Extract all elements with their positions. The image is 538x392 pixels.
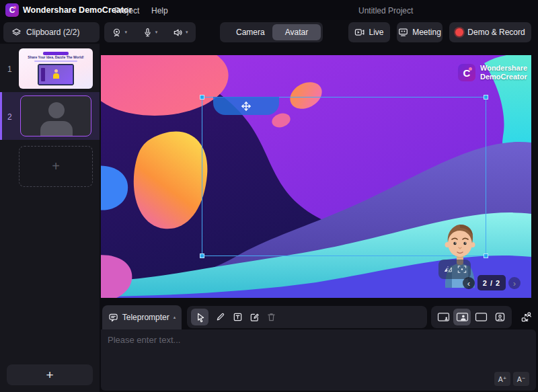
- sticky-note-icon: [249, 312, 260, 322]
- swap-layout-button[interactable]: [516, 306, 536, 328]
- font-decrease-button[interactable]: A⁻: [513, 372, 529, 386]
- caret-down-icon: ▾: [155, 30, 158, 35]
- add-slide-button[interactable]: +: [7, 364, 93, 385]
- slide-1-thumbnail: Share Your Idea, Dazzle The World!: [19, 48, 93, 89]
- pen-tool-button[interactable]: [211, 309, 229, 325]
- teleprompter-text-input[interactable]: [108, 335, 529, 370]
- swap-positions-icon: [521, 311, 532, 323]
- title-bar: C Wondershare DemoCreator Project Help U…: [0, 0, 538, 20]
- tab-camera[interactable]: Camera: [236, 28, 265, 37]
- logo-dot: [13, 6, 16, 9]
- pencil-icon: [215, 312, 225, 322]
- select-tool-button[interactable]: [191, 309, 208, 325]
- tab-avatar[interactable]: Avatar: [272, 24, 321, 40]
- prev-page-button[interactable]: ‹: [463, 277, 475, 289]
- tab-avatar-label: Avatar: [285, 28, 308, 37]
- flip-avatar-icon[interactable]: [443, 265, 453, 274]
- live-label: Live: [369, 28, 383, 37]
- teleprompter-panel: A⁺ A⁻: [101, 329, 536, 391]
- slide-1-number: 1: [7, 65, 12, 74]
- clipboard-sidebar: 1 Share Your Idea, Dazzle The World! 2: [0, 44, 100, 392]
- font-decrease-label: A⁻: [517, 375, 526, 383]
- resize-handle-bottom-left[interactable]: [200, 253, 204, 258]
- webcam-icon: [112, 28, 122, 38]
- record-label: Demo & Record: [467, 28, 525, 37]
- watermark: C Wondershare DemoCreator: [458, 64, 527, 81]
- delete-tool-button[interactable]: [262, 309, 280, 325]
- layout-screen-only-icon: [475, 312, 488, 322]
- logo-dot: [469, 67, 472, 71]
- mode-tabs: Camera Avatar: [220, 22, 323, 42]
- text-icon: [233, 312, 243, 322]
- teleprompter-bubble-icon: [108, 313, 118, 322]
- teleprompter-toggle[interactable]: Teleprompter ▴: [102, 305, 182, 329]
- meeting-label: Meeting: [412, 28, 441, 37]
- cursor-icon: [195, 312, 205, 323]
- person-silhouette-head: [48, 102, 65, 118]
- watermark-logo-icon: C: [458, 64, 475, 81]
- page-indicator: 2 / 2: [477, 275, 506, 290]
- meeting-icon: [398, 28, 408, 37]
- live-icon: [354, 28, 364, 37]
- page-indicator-label: 2 / 2: [483, 279, 500, 287]
- preview-canvas[interactable]: C Wondershare DemoCreator: [101, 55, 531, 298]
- resize-handle-top-right[interactable]: [484, 95, 488, 100]
- text-tool-button[interactable]: [229, 309, 246, 325]
- annotation-toolbar: [187, 306, 427, 328]
- slide-item-1[interactable]: 1 Share Your Idea, Dazzle The World!: [0, 46, 100, 91]
- avatar-overlay-toolbar: [438, 260, 471, 279]
- thumb-slide-title: Share Your Idea, Dazzle The World!: [19, 55, 93, 59]
- layout-pip-small-icon: [437, 312, 450, 322]
- trash-icon: [266, 312, 276, 322]
- microphone-icon: [143, 28, 153, 38]
- caret-down-icon: ▾: [124, 30, 127, 35]
- resize-handle-top-left[interactable]: [200, 95, 204, 100]
- speaker-dropdown[interactable]: ▾: [165, 28, 196, 38]
- caret-down-icon: ▾: [186, 30, 188, 35]
- layout-screen-only-button[interactable]: [472, 309, 490, 325]
- meeting-button[interactable]: Meeting: [397, 22, 443, 42]
- chevron-left-icon: ‹: [467, 278, 470, 288]
- avatar-layout-group: [431, 306, 512, 328]
- plus-icon: +: [46, 368, 53, 383]
- slide-2-number: 2: [7, 112, 12, 122]
- thumb-subtitle-line: [34, 61, 77, 62]
- microphone-dropdown[interactable]: ▾: [134, 28, 165, 38]
- layout-avatar-only-button[interactable]: [491, 309, 508, 325]
- layout-avatar-only-icon: [494, 312, 506, 322]
- add-slide-dropzone[interactable]: +: [19, 146, 93, 187]
- chevron-right-icon: ›: [513, 278, 516, 288]
- note-tool-button[interactable]: [245, 309, 263, 325]
- clipboard-layers-icon: [11, 28, 22, 38]
- record-dot-icon: [455, 28, 463, 36]
- resize-handle-bottom-right[interactable]: [484, 253, 488, 258]
- device-toolbar: ▾ ▾ ▾: [104, 22, 196, 42]
- drag-handle[interactable]: [213, 97, 279, 115]
- layout-pip-large-icon: [456, 312, 469, 322]
- clipboard-header[interactable]: Clipboard (2/2): [3, 22, 100, 42]
- layout-pip-large-button[interactable]: [453, 309, 471, 325]
- selected-accent-bar: [0, 92, 2, 140]
- font-increase-label: A⁺: [498, 375, 507, 383]
- menu-project[interactable]: Project: [114, 6, 139, 15]
- menu-help[interactable]: Help: [151, 6, 168, 15]
- project-title: Untitled Project: [358, 6, 413, 15]
- app-window: C Wondershare DemoCreator Project Help U…: [0, 0, 538, 392]
- font-increase-button[interactable]: A⁺: [494, 372, 510, 386]
- move-icon: [241, 101, 252, 112]
- caret-up-icon: ▴: [174, 315, 176, 320]
- layout-pip-small-button[interactable]: [434, 309, 452, 325]
- webcam-dropdown[interactable]: ▾: [104, 28, 134, 38]
- next-page-button[interactable]: ›: [508, 277, 521, 289]
- focus-frame-icon[interactable]: [457, 265, 467, 274]
- watermark-line1: Wondershare: [480, 64, 527, 73]
- slide-2-thumbnail: [20, 95, 91, 136]
- demo-record-button[interactable]: Demo & Record: [449, 22, 531, 42]
- slide-item-2[interactable]: 2: [0, 92, 100, 140]
- speaker-icon: [173, 28, 183, 38]
- clipboard-label: Clipboard (2/2): [26, 28, 79, 37]
- watermark-line2: DemoCreator: [480, 73, 527, 81]
- plus-icon: +: [52, 159, 60, 174]
- live-button[interactable]: Live: [348, 22, 390, 42]
- teleprompter-label: Teleprompter: [122, 313, 169, 322]
